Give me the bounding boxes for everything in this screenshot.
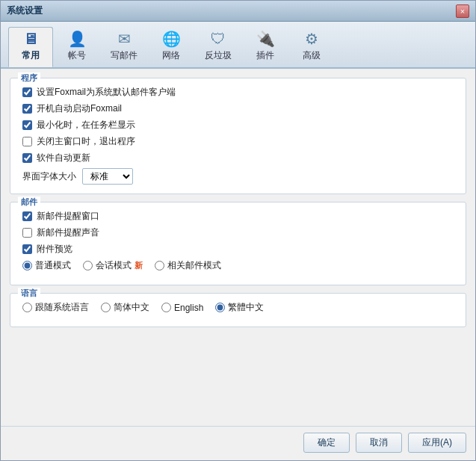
tab-account-label: 帐号 [68, 49, 86, 62]
title-bar: 系统设置 × [1, 1, 475, 22]
window-title: 系统设置 [7, 4, 43, 17]
tab-common[interactable]: 🖥 常用 [8, 27, 53, 67]
checkbox-new-mail-window-input[interactable] [22, 211, 32, 221]
compose-icon: ✉ [118, 30, 131, 48]
tab-network-label: 网络 [162, 49, 180, 62]
radio-related-mode-label: 相关邮件模式 [167, 259, 221, 272]
font-size-row: 界面字体大小 标准 大 超大 [22, 168, 454, 185]
checkbox-default-client: 设置Foxmail为系统默认邮件客户端 [22, 86, 454, 99]
radio-simplified-chinese[interactable]: 简体中文 [101, 301, 149, 314]
tab-plugins-label: 插件 [256, 49, 274, 62]
checkbox-minimize-tray: 最小化时，在任务栏显示 [22, 119, 454, 132]
radio-normal-mode[interactable]: 普通模式 [22, 259, 71, 272]
language-section-title: 语言 [18, 288, 40, 299]
checkbox-exit-on-close: 关闭主窗口时，退出程序 [22, 135, 454, 148]
tab-advanced-label: 高级 [303, 49, 321, 62]
tab-antispam-label: 反垃圾 [205, 49, 232, 62]
tab-common-label: 常用 [22, 49, 40, 62]
radio-follow-system-input[interactable] [22, 303, 32, 312]
checkbox-auto-start: 开机自动启动Foxmail [22, 102, 454, 115]
tab-network[interactable]: 🌐 网络 [149, 26, 194, 67]
checkbox-new-mail-sound-label: 新邮件提醒声音 [37, 226, 99, 239]
bottom-bar: 确定 取消 应用(A) [1, 426, 475, 460]
language-row: 跟随系统语言 简体中文 English 繁體中文 [22, 301, 454, 314]
checkbox-auto-start-input[interactable] [22, 104, 32, 114]
cancel-button[interactable]: 取消 [356, 433, 402, 453]
program-section: 程序 设置Foxmail为系统默认邮件客户端 开机自动启动Foxmail 最小化… [10, 78, 466, 194]
radio-related-mode-input[interactable] [155, 261, 164, 270]
checkbox-default-client-label: 设置Foxmail为系统默认邮件客户端 [37, 86, 176, 99]
checkbox-auto-update-label: 软件自动更新 [37, 152, 90, 164]
plugins-icon: 🔌 [256, 30, 275, 48]
radio-traditional-chinese-input[interactable] [215, 303, 225, 312]
common-icon: 🖥 [23, 31, 38, 48]
new-badge: 新 [135, 260, 143, 271]
tabs-bar: 🖥 常用 👤 帐号 ✉ 写邮件 🌐 网络 🛡 反垃圾 🔌 插件 ⚙ 高级 [1, 22, 475, 69]
font-size-label: 界面字体大小 [22, 170, 76, 183]
radio-normal-mode-label: 普通模式 [35, 259, 71, 272]
font-size-select[interactable]: 标准 大 超大 [82, 168, 133, 185]
radio-english-input[interactable] [161, 303, 171, 312]
apply-button[interactable]: 应用(A) [408, 433, 466, 453]
mail-mode-row: 普通模式 会话模式 新 相关邮件模式 [22, 259, 454, 272]
tab-account[interactable]: 👤 帐号 [55, 26, 99, 67]
radio-conversation-mode[interactable]: 会话模式 新 [83, 259, 143, 272]
language-section: 语言 跟随系统语言 简体中文 English 繁體中文 [10, 293, 466, 327]
checkbox-attachment-preview-label: 附件预览 [37, 243, 72, 256]
advanced-icon: ⚙ [305, 30, 318, 48]
checkbox-auto-update-input[interactable] [22, 153, 32, 163]
checkbox-attachment-preview-input[interactable] [22, 244, 32, 254]
mail-section-title: 邮件 [18, 197, 40, 208]
radio-follow-system[interactable]: 跟随系统语言 [22, 301, 89, 314]
checkbox-new-mail-sound: 新邮件提醒声音 [22, 226, 454, 239]
radio-follow-system-label: 跟随系统语言 [35, 301, 89, 314]
tab-advanced[interactable]: ⚙ 高级 [289, 26, 334, 67]
radio-conversation-mode-label: 会话模式 [96, 259, 132, 272]
tab-compose[interactable]: ✉ 写邮件 [101, 26, 147, 67]
radio-english[interactable]: English [161, 303, 203, 313]
tab-plugins[interactable]: 🔌 插件 [243, 26, 288, 67]
checkbox-auto-start-label: 开机自动启动Foxmail [37, 102, 122, 115]
radio-english-label: English [174, 303, 203, 313]
program-section-title: 程序 [18, 72, 40, 84]
radio-normal-mode-input[interactable] [22, 261, 32, 270]
tab-compose-label: 写邮件 [111, 49, 137, 62]
checkbox-attachment-preview: 附件预览 [22, 243, 454, 256]
checkbox-exit-on-close-input[interactable] [22, 137, 32, 146]
mail-section: 邮件 新邮件提醒窗口 新邮件提醒声音 附件预览 普通模式 会话 [10, 202, 466, 285]
checkbox-new-mail-window-label: 新邮件提醒窗口 [37, 210, 99, 223]
checkbox-new-mail-sound-input[interactable] [22, 228, 32, 238]
checkbox-minimize-tray-input[interactable] [22, 120, 32, 130]
checkbox-default-client-input[interactable] [22, 87, 32, 97]
radio-simplified-chinese-label: 简体中文 [114, 301, 149, 314]
ok-button[interactable]: 确定 [303, 433, 350, 453]
system-settings-window: 系统设置 × 🖥 常用 👤 帐号 ✉ 写邮件 🌐 网络 🛡 反垃圾 🔌 插件 [0, 0, 476, 461]
radio-conversation-mode-input[interactable] [83, 261, 93, 270]
radio-traditional-chinese[interactable]: 繁體中文 [215, 301, 264, 314]
checkbox-minimize-tray-label: 最小化时，在任务栏显示 [37, 119, 135, 132]
tab-antispam[interactable]: 🛡 反垃圾 [195, 27, 241, 67]
tab-content: 程序 设置Foxmail为系统默认邮件客户端 开机自动启动Foxmail 最小化… [1, 69, 475, 426]
radio-traditional-chinese-label: 繁體中文 [228, 301, 264, 314]
radio-simplified-chinese-input[interactable] [101, 303, 111, 312]
antispam-icon: 🛡 [211, 31, 226, 48]
account-icon: 👤 [68, 30, 87, 48]
close-button[interactable]: × [456, 4, 469, 18]
checkbox-auto-update: 软件自动更新 [22, 152, 454, 164]
checkbox-exit-on-close-label: 关闭主窗口时，退出程序 [37, 135, 135, 148]
checkbox-new-mail-window: 新邮件提醒窗口 [22, 210, 454, 223]
radio-related-mode[interactable]: 相关邮件模式 [155, 259, 221, 272]
network-icon: 🌐 [162, 30, 181, 48]
